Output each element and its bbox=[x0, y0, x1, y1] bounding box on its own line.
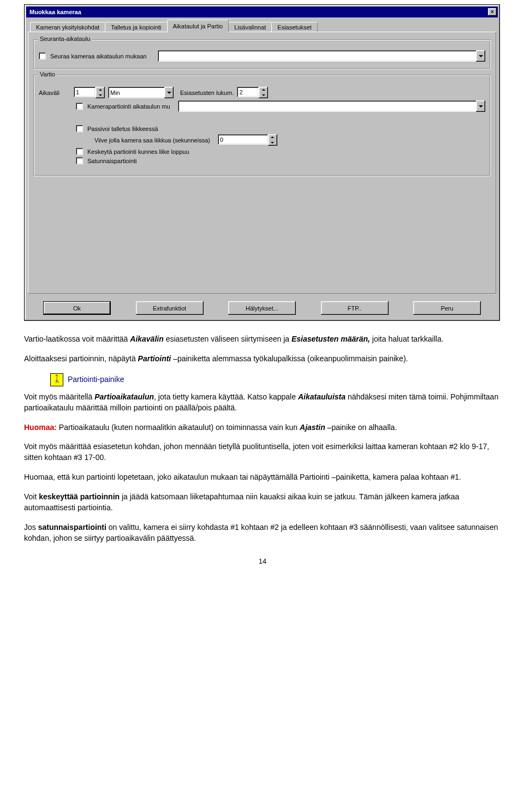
button-row: Ok Extrafunktiot Hälytykset... FTP.. Per… bbox=[28, 294, 496, 317]
group-patrol: Vartio Aikaväli 1 bbox=[33, 75, 491, 176]
patrol-icon: 🚶 bbox=[50, 373, 63, 386]
chevron-down-icon bbox=[479, 105, 483, 108]
random-patrol-checkbox[interactable] bbox=[76, 157, 83, 164]
tab-label: Esiasetukset bbox=[277, 24, 311, 31]
text: Aloittaaksesi partioinnin, näpäytä bbox=[24, 354, 138, 363]
text: joita haluat tarkkailla. bbox=[370, 335, 444, 343]
passivate-checkbox[interactable] bbox=[76, 125, 83, 132]
pause-checkbox[interactable] bbox=[76, 148, 83, 155]
btn-label: Ok bbox=[73, 305, 81, 312]
edit-camera-dialog: Muokkaa kameraa × Kameran yksityiskohdat… bbox=[24, 4, 500, 321]
icon-caption-row: 🚶 Partiointi-painike bbox=[50, 373, 501, 386]
btn-label: FTP.. bbox=[348, 305, 361, 312]
patrol-schedule-checkbox[interactable] bbox=[76, 103, 83, 110]
dropdown-button[interactable] bbox=[476, 100, 485, 112]
group-title: Vartio bbox=[38, 71, 57, 77]
tab-storage[interactable]: Talletus ja kopiointi bbox=[105, 22, 167, 32]
ok-button[interactable]: Ok bbox=[43, 301, 111, 315]
tab-schedules-patrol[interactable]: Aikataulut ja Partio bbox=[167, 20, 229, 32]
paragraph-note: Huomaa: Partioaikataulu (kuten normaalit… bbox=[24, 422, 501, 433]
chevron-down-icon bbox=[479, 55, 483, 57]
combo-value: Min bbox=[108, 87, 165, 98]
delay-input[interactable]: 0 bbox=[218, 134, 268, 145]
tab-label: Aikataulut ja Partio bbox=[173, 23, 223, 29]
close-button[interactable]: × bbox=[488, 8, 497, 16]
tab-label: Lisävalinnat bbox=[234, 24, 266, 31]
tabstrip: Kameran yksityiskohdat Talletus ja kopio… bbox=[28, 21, 496, 32]
follow-schedule-checkbox[interactable] bbox=[39, 52, 46, 59]
text: –painike on alhaalla. bbox=[325, 423, 397, 432]
btn-label: Extrafunktiot bbox=[153, 305, 186, 312]
pause-label: Keskeytä partiointi kunnes liike loppuu bbox=[87, 148, 189, 155]
preset-count-spinner[interactable] bbox=[259, 87, 268, 98]
alerts-button[interactable]: Hälytykset... bbox=[228, 301, 296, 315]
combo-value bbox=[158, 50, 477, 62]
combo-value bbox=[178, 100, 477, 112]
btn-label: Peru bbox=[440, 305, 453, 312]
interval-unit-combo[interactable]: Min bbox=[108, 87, 174, 98]
tab-presets[interactable]: Esiasetukset bbox=[271, 22, 317, 32]
tracking-schedule-combo[interactable] bbox=[158, 50, 485, 62]
paragraph: Aloittaaksesi partioinnin, näpäytä Parti… bbox=[24, 354, 501, 365]
term-partioaikataulu: Partioaikataulun bbox=[94, 392, 154, 401]
tab-label: Talletus ja kopiointi bbox=[111, 24, 161, 31]
paragraph: Jos satunnaispartiointi on valittu, kame… bbox=[24, 522, 501, 544]
text: Voit bbox=[24, 492, 39, 501]
text: , jota tietty kamera käyttää. Katso kapp… bbox=[154, 392, 298, 401]
patrol-schedule-label: Kamerapartiointi aikataulun mu bbox=[87, 103, 170, 110]
text: –painiketta alemmassa työkalupalkissa (o… bbox=[171, 354, 408, 363]
delay-label: Viive jolla kamera saa liikkua (sekunnei… bbox=[94, 137, 210, 144]
arrow-up-icon bbox=[262, 89, 265, 91]
tab-extras[interactable]: Lisävalinnat bbox=[228, 22, 272, 32]
icon-caption: Partiointi-painike bbox=[68, 374, 124, 385]
interval-spinner[interactable] bbox=[96, 87, 105, 98]
chevron-down-icon bbox=[167, 92, 171, 94]
arrow-down-icon bbox=[99, 94, 102, 96]
page-number: 14 bbox=[24, 557, 501, 565]
term-aikavali: Aikavälin bbox=[130, 335, 163, 343]
paragraph: Vartio-laatikossa voit määrittää Aikaväl… bbox=[24, 334, 501, 345]
patrol-schedule-combo[interactable] bbox=[178, 100, 485, 112]
tab-panel: Seuranta-aikataulu Seuraa kameraa aikata… bbox=[28, 32, 496, 294]
term-aikataulu: Aikatauluista bbox=[298, 392, 346, 401]
term-keskeyta: keskeyttää partioinnin bbox=[39, 492, 120, 501]
arrow-up-icon bbox=[271, 136, 274, 138]
interval-label: Aikaväli bbox=[39, 89, 70, 96]
preset-count-value: 2 bbox=[239, 89, 242, 95]
dropdown-button[interactable] bbox=[164, 87, 174, 98]
paragraph: Huomaa, että kun partiointi lopetetaan, … bbox=[24, 472, 501, 483]
paragraph: Voit myös määritellä Partioaikataulun, j… bbox=[24, 392, 501, 414]
tab-label: Kameran yksityiskohdat bbox=[36, 24, 99, 31]
delay-value: 0 bbox=[220, 136, 223, 143]
text: esiasetusten väliseen siirtymiseen ja bbox=[164, 335, 291, 343]
close-icon: × bbox=[491, 9, 494, 15]
arrow-down-icon bbox=[271, 142, 274, 144]
dialog-title: Muokkaa kameraa bbox=[29, 9, 81, 15]
delay-spinner[interactable] bbox=[268, 134, 277, 146]
btn-label: Hälytykset... bbox=[246, 305, 278, 312]
interval-value: 1 bbox=[76, 89, 79, 95]
term-esiasetusten: Esiasetusten määrän, bbox=[291, 335, 370, 343]
unit-value: Min bbox=[110, 89, 120, 96]
arrow-down-icon bbox=[262, 94, 265, 96]
titlebar: Muokkaa kameraa × bbox=[26, 7, 498, 17]
follow-schedule-label: Seuraa kameraa aikataulun mukaan bbox=[50, 53, 147, 59]
note-label: Huomaa: bbox=[24, 423, 57, 432]
term-partiointi: Partiointi bbox=[138, 354, 171, 363]
dropdown-button[interactable] bbox=[476, 50, 485, 62]
cancel-button[interactable]: Peru bbox=[413, 301, 481, 315]
text: Partioaikataulu (kuten normaalitkin aika… bbox=[57, 423, 300, 432]
passivate-label: Passivoi talletus liikkeessä bbox=[87, 126, 158, 132]
term-satunnais: satunnaispartiointi bbox=[38, 523, 106, 532]
random-patrol-label: Satunnaispartiointi bbox=[87, 158, 137, 164]
text: Jos bbox=[24, 523, 38, 532]
paragraph: Voit keskeyttää partioinnin ja jäädä kat… bbox=[24, 492, 501, 514]
preset-count-label: Esiasetusten lukum. bbox=[180, 89, 234, 96]
group-tracking-schedule: Seuranta-aikataulu Seuraa kameraa aikata… bbox=[33, 39, 491, 69]
interval-input[interactable]: 1 bbox=[74, 87, 96, 97]
arrow-up-icon bbox=[99, 89, 102, 91]
tab-details[interactable]: Kameran yksityiskohdat bbox=[30, 22, 105, 32]
extra-functions-button[interactable]: Extrafunktiot bbox=[136, 301, 204, 315]
ftp-button[interactable]: FTP.. bbox=[321, 301, 389, 315]
preset-count-input[interactable]: 2 bbox=[237, 87, 259, 97]
